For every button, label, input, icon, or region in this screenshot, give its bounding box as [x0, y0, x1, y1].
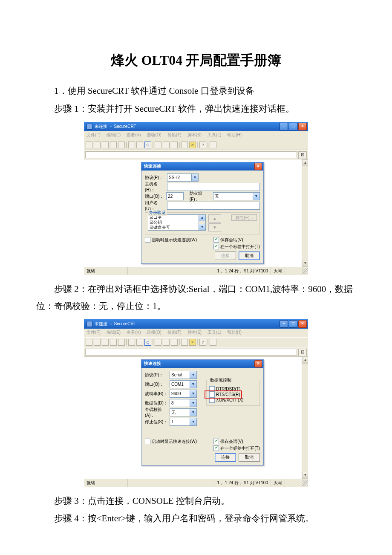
tb-sep	[197, 142, 198, 148]
show-quick-checkbox[interactable]: 启动时显示快速连接(W)	[145, 237, 197, 243]
minimize-button[interactable]: –	[280, 320, 288, 328]
menu-edit[interactable]: 编辑(E)	[107, 330, 121, 337]
menu-transfer[interactable]: 传输(T)	[167, 330, 182, 337]
tb-icon[interactable]	[86, 142, 92, 148]
open-tab-checkbox[interactable]: 在一个标签中打开(T)	[213, 244, 260, 250]
tb-find-icon[interactable]: Q	[144, 339, 151, 346]
menu-script[interactable]: 脚本(S)	[187, 132, 202, 140]
baud-select[interactable]: 9600▾	[170, 390, 197, 398]
rts-cts-checkbox[interactable]: RTS/CTS(R)	[209, 392, 257, 397]
dialog-close-button[interactable]: ×	[254, 163, 262, 170]
host-input[interactable]	[167, 183, 260, 191]
tb-icon[interactable]	[94, 142, 101, 148]
menu-options[interactable]: 选项(O)	[147, 330, 161, 337]
dialog-close-button[interactable]: ×	[254, 360, 262, 367]
xon-xoff-checkbox[interactable]: XON/XOFF(X)	[209, 397, 257, 403]
chevron-down-icon: ▾	[253, 193, 259, 200]
close-button[interactable]: ×	[298, 320, 307, 328]
tb-icon[interactable]	[136, 142, 143, 148]
tb-icon[interactable]	[128, 339, 135, 346]
menu-options[interactable]: 选项(O)	[147, 132, 161, 140]
cancel-button[interactable]: 取消	[239, 251, 260, 260]
resize-grip-icon[interactable]	[302, 268, 308, 274]
cancel-button[interactable]: 取消	[239, 453, 260, 462]
minimize-button[interactable]: –	[280, 123, 288, 130]
session-field[interactable]	[85, 151, 297, 158]
menu-file[interactable]: 文件(F)	[86, 132, 101, 140]
tb-icon[interactable]	[102, 339, 109, 346]
scroll-down-icon[interactable]: ▾	[302, 260, 308, 267]
tb-sep	[208, 339, 208, 345]
tb-icon[interactable]	[210, 142, 216, 148]
save-session-checkbox[interactable]: 保存会话(V)	[213, 237, 260, 243]
terminal-scrollbar[interactable]: ▴ ▾	[302, 159, 308, 267]
tb-icon[interactable]	[171, 142, 178, 148]
tb-icon[interactable]	[86, 339, 92, 346]
scroll-down-icon[interactable]: ▾	[302, 472, 308, 479]
stopbits-select[interactable]: 1▾	[170, 418, 197, 426]
tb-help-icon[interactable]: ?	[199, 339, 206, 346]
tb-icon[interactable]	[102, 142, 109, 148]
tb-sep	[126, 142, 127, 148]
dtr-dsr-checkbox[interactable]: DTR/DSR(T)	[209, 386, 257, 392]
connect-button[interactable]: 连接	[215, 453, 236, 462]
protocol-select[interactable]: Serial▾	[170, 371, 197, 379]
tb-icon[interactable]	[210, 339, 216, 346]
status-ready: 就绪	[84, 267, 127, 275]
tb-icon[interactable]	[118, 339, 125, 346]
firewall-select[interactable]: 无▾	[213, 192, 260, 200]
menu-help[interactable]: 帮助(H)	[227, 330, 242, 337]
session-go-icon[interactable]: ⊡	[298, 151, 307, 159]
tb-icon[interactable]	[110, 339, 117, 346]
parity-select[interactable]: 无▾	[170, 408, 197, 416]
terminal-canvas: 快速连接 × 协议(P)： SSH2▾	[84, 159, 302, 267]
menu-script[interactable]: 脚本(S)	[187, 330, 202, 337]
auth-list[interactable]: ☑口令 ☑公钥 ☑键盘交互	[148, 214, 199, 231]
save-session-checkbox[interactable]: 保存会话(V)	[213, 439, 260, 445]
open-tab-checkbox[interactable]: 在一个标签中打开(T)	[213, 445, 260, 451]
tb-find-icon[interactable]: Q	[144, 142, 151, 148]
menu-tools[interactable]: 工具(L)	[208, 330, 221, 337]
menu-edit[interactable]: 编辑(E)	[107, 132, 121, 140]
protocol-select[interactable]: SSH2▾	[167, 173, 199, 182]
tb-icon[interactable]	[181, 339, 188, 346]
databits-select[interactable]: 8▾	[170, 399, 197, 407]
show-quick-checkbox[interactable]: 启动时显示快速连接(W)	[145, 439, 197, 445]
scroll-up-icon[interactable]: ▴	[302, 159, 308, 166]
menu-view[interactable]: 查看(V)	[127, 132, 141, 140]
auth-scroll[interactable]: ▴▾	[199, 214, 206, 231]
menu-help[interactable]: 帮助(H)	[227, 132, 242, 140]
tb-icon[interactable]	[128, 142, 135, 148]
tb-icon[interactable]	[118, 142, 125, 148]
tb-icon[interactable]	[181, 142, 188, 148]
tb-icon[interactable]: ✕	[189, 339, 196, 346]
tb-sep	[197, 339, 198, 345]
menu-tools[interactable]: 工具(L)	[208, 132, 221, 140]
baud-label: 波特率(B)：	[145, 391, 170, 397]
menu-transfer[interactable]: 传输(T)	[167, 132, 182, 140]
maximize-button[interactable]: □	[289, 123, 297, 130]
tb-icon[interactable]	[163, 142, 170, 148]
session-go-icon[interactable]: ⊡	[298, 349, 307, 356]
status-caps: 大写	[271, 479, 285, 487]
user-input[interactable]	[167, 202, 260, 210]
tb-icon[interactable]	[163, 339, 170, 346]
tb-icon[interactable]: ✕	[189, 142, 196, 148]
session-field[interactable]	[85, 349, 297, 356]
port-input[interactable]: 22	[166, 192, 184, 200]
scroll-up-icon[interactable]: ▴	[302, 357, 308, 364]
port-select[interactable]: COM1▾	[170, 380, 197, 388]
tb-icon[interactable]	[136, 339, 143, 346]
tb-icon[interactable]	[110, 142, 117, 148]
menu-file[interactable]: 文件(F)	[86, 330, 101, 337]
tb-icon[interactable]	[171, 339, 178, 346]
maximize-button[interactable]: □	[289, 320, 297, 328]
close-button[interactable]: ×	[298, 123, 307, 130]
terminal-scrollbar[interactable]: ▴ ▾	[302, 357, 308, 479]
tb-icon[interactable]	[94, 339, 101, 346]
tb-icon[interactable]	[155, 142, 161, 148]
menu-view[interactable]: 查看(V)	[127, 330, 141, 337]
resize-grip-icon[interactable]	[302, 480, 308, 486]
tb-icon[interactable]	[155, 339, 161, 346]
tb-help-icon[interactable]: ?	[199, 142, 206, 148]
